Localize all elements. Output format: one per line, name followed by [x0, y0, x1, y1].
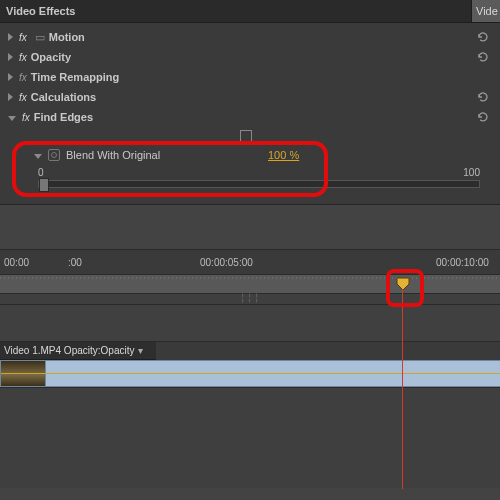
twirl-open-icon[interactable]	[34, 154, 42, 159]
timeline-panel: 00:00 :00 00:00:05:00 00:00:10:00 ╎╎╎ Vi…	[0, 249, 500, 475]
panel-header: Video Effects ▲ Vide	[0, 0, 500, 23]
scrub-bar[interactable]	[0, 275, 500, 294]
time-ruler[interactable]: 00:00 :00 00:00:05:00 00:00:10:00	[0, 249, 500, 275]
twirl-icon[interactable]	[8, 53, 13, 61]
blend-slider[interactable]	[38, 180, 480, 188]
slider-max-label: 100	[463, 167, 480, 178]
clip-header[interactable]: Video 1.MP4 Opacity:Opacity ▾	[0, 342, 156, 360]
checkbox[interactable]	[240, 130, 252, 142]
twirl-icon[interactable]	[8, 73, 13, 81]
panel-gap	[0, 204, 500, 249]
effect-row-opacity[interactable]: fx Opacity	[0, 47, 500, 67]
effect-row-time-remapping[interactable]: fx Time Remapping	[0, 67, 500, 87]
motion-handle-icon[interactable]: ▭	[35, 31, 45, 44]
twirl-icon[interactable]	[8, 33, 13, 41]
fx-badge[interactable]: fx	[19, 32, 27, 43]
video-track[interactable]	[0, 360, 500, 387]
blend-slider-area: 0 100	[0, 165, 500, 194]
find-edges-invert-row[interactable]	[0, 127, 500, 145]
effect-row-calculations[interactable]: fx Calculations	[0, 87, 500, 107]
adjacent-tab[interactable]: Vide	[471, 0, 500, 22]
track-spacer	[0, 305, 500, 342]
work-area-bar[interactable]: ╎╎╎	[0, 294, 500, 305]
time-tick: 00:00	[4, 257, 29, 268]
panel-title: Video Effects	[6, 5, 76, 17]
reset-icon[interactable]	[476, 30, 490, 44]
playhead-marker-icon[interactable]	[396, 277, 410, 291]
time-tick: 00:00:10:00	[436, 257, 489, 268]
effect-row-find-edges[interactable]: fx Find Edges	[0, 107, 500, 127]
property-label: Blend With Original	[66, 149, 160, 161]
effect-label: Calculations	[31, 91, 96, 103]
twirl-icon[interactable]	[8, 93, 13, 101]
reset-icon[interactable]	[476, 50, 490, 64]
grip-icon[interactable]: ╎╎╎	[240, 293, 261, 303]
reset-icon[interactable]	[476, 90, 490, 104]
time-tick: 00:00:05:00	[200, 257, 253, 268]
slider-thumb[interactable]	[39, 178, 49, 192]
dropdown-icon[interactable]: ▾	[138, 345, 143, 356]
stopwatch-icon[interactable]	[48, 149, 60, 161]
slider-min-label: 0	[38, 167, 44, 178]
effect-row-motion[interactable]: fx ▭ Motion	[0, 27, 500, 47]
fx-badge[interactable]: fx	[19, 92, 27, 103]
effect-label: Find Edges	[34, 111, 93, 123]
opacity-rubberband[interactable]	[1, 373, 500, 374]
twirl-open-icon[interactable]	[8, 116, 16, 121]
blend-with-original-row[interactable]: Blend With Original 100 %	[0, 145, 500, 165]
empty-tracks	[0, 387, 500, 488]
effect-label: Opacity	[31, 51, 71, 63]
video-clip[interactable]	[0, 360, 500, 387]
tracks-area: Video 1.MP4 Opacity:Opacity ▾	[0, 305, 500, 475]
effect-label: Motion	[49, 31, 85, 43]
blend-value[interactable]: 100 %	[268, 149, 299, 161]
fx-badge[interactable]: fx	[22, 112, 30, 123]
video-effects-panel: Video Effects ▲ Vide fx ▭ Motion fx Opac…	[0, 0, 500, 204]
effects-list: fx ▭ Motion fx Opacity fx Time Remapping…	[0, 23, 500, 204]
clip-name: Video 1.MP4	[4, 345, 61, 356]
reset-icon[interactable]	[476, 110, 490, 124]
fx-badge[interactable]: fx	[19, 52, 27, 63]
fx-badge[interactable]: fx	[19, 72, 27, 83]
playhead-line[interactable]	[402, 289, 403, 489]
effect-label: Time Remapping	[31, 71, 119, 83]
time-tick: :00	[68, 257, 82, 268]
clip-property: Opacity:Opacity	[64, 345, 135, 356]
